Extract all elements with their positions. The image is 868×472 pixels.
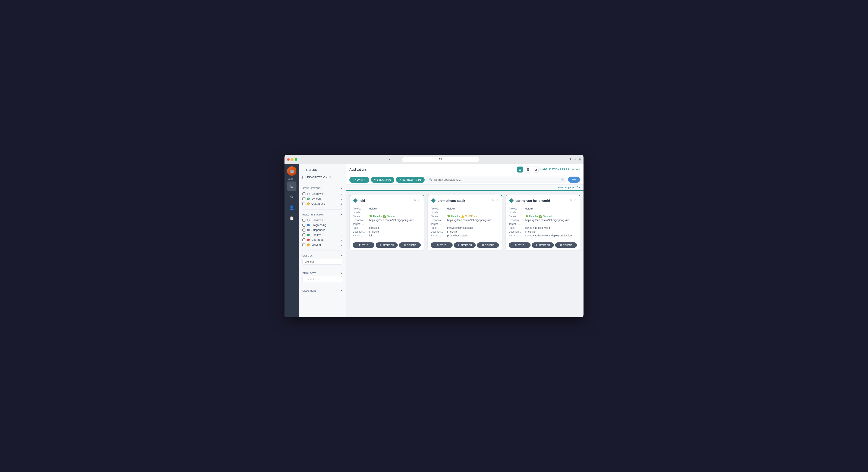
unknown-sync-checkbox[interactable] — [303, 193, 305, 196]
shield-icon: 🛡 — [439, 158, 442, 161]
repo-value-prometheus: https://github.com/ni9ht-org/spring-vue-… — [447, 219, 494, 222]
card-body-loki: Project: default Labels: Status: — [350, 205, 424, 240]
card-row-repo-prometheus: Reposito...: https://github.com/ni9ht-or… — [431, 219, 499, 222]
new-app-button[interactable]: + NEW APP — [349, 177, 369, 183]
projects-input[interactable] — [303, 276, 342, 282]
filter-suspended[interactable]: Suspended 0 — [303, 228, 342, 232]
projects-header[interactable]: PROJECTS — [303, 272, 342, 274]
unknown-health-checkbox[interactable] — [303, 219, 305, 222]
favorites-checkbox[interactable] — [303, 176, 305, 179]
filter-missing[interactable]: Missing 0 — [303, 242, 342, 247]
labels-input[interactable] — [303, 259, 342, 265]
sidebar-item-settings[interactable]: ⚙ — [287, 192, 297, 202]
url-bar: 🛡 — [402, 157, 479, 162]
favorites-section: FAVORITES ONLY — [299, 173, 346, 181]
forward-button[interactable]: › — [395, 157, 399, 162]
healthy-checkbox[interactable] — [303, 233, 305, 236]
back-button[interactable]: ‹ — [388, 157, 392, 162]
path-label-p: Path: — [431, 226, 446, 229]
clusters-header[interactable]: CLUSTERS — [303, 289, 342, 292]
star-spring-button[interactable]: ☆ — [574, 199, 577, 202]
items-per-page[interactable]: Items per page: 10 ▾ — [346, 185, 584, 190]
divider-2 — [303, 209, 342, 210]
refresh-loki-button[interactable]: ⟳ REFRESH — [376, 242, 398, 248]
refresh-prometheus-button[interactable]: ⟳ REFRESH — [454, 242, 476, 248]
outofsync-count: 1 — [341, 202, 342, 205]
sidebar-item-docs[interactable]: 📋 — [287, 213, 297, 223]
filter-unknown-health[interactable]: Unknown 0 — [303, 217, 342, 223]
sync-loki-icon: ↻ — [359, 244, 361, 246]
search-input[interactable] — [434, 178, 559, 181]
card-row-repo-loki: Reposito...: https://github.com/ni9ht-or… — [352, 219, 421, 222]
sync-spring-button[interactable]: ↻ SYNC — [509, 242, 531, 248]
target-label: Target R...: — [352, 223, 368, 226]
unknown-sync-dot — [307, 193, 310, 195]
maximize-button[interactable] — [295, 158, 297, 161]
list-view-button[interactable]: ☰ — [525, 167, 531, 173]
filter-synced[interactable]: ✓ Synced 2 — [303, 196, 342, 201]
pie-view-button[interactable]: ◕ — [533, 167, 539, 173]
filter-button[interactable]: ━━ — [568, 177, 580, 183]
suspended-label: Suspended — [311, 228, 326, 232]
repo-value-loki: https://github.com/ni9ht-org/spring-vue-… — [369, 219, 416, 222]
favorites-filter[interactable]: FAVORITES ONLY — [303, 175, 342, 180]
degraded-checkbox[interactable] — [303, 238, 305, 241]
progressing-count: 0 — [341, 224, 342, 227]
sync-status-header[interactable]: SYNC STATUS — [303, 187, 342, 189]
star-prometheus-button[interactable]: ☆ — [496, 199, 499, 202]
path-label-s: Path: — [509, 226, 524, 229]
suspended-checkbox[interactable] — [303, 229, 305, 232]
filter-outofsync[interactable]: ! OutOfSync 1 — [303, 201, 342, 206]
sync-prometheus-button[interactable]: ↻ SYNC — [431, 242, 453, 248]
status-row-prometheus: 💚 Healthy ⚠️ OutOfSync — [447, 215, 477, 218]
minimize-button[interactable] — [291, 158, 293, 161]
sync-apps-button[interactable]: ↻ SYNC APPS — [371, 177, 394, 183]
progressing-checkbox[interactable] — [303, 224, 305, 227]
logout-button[interactable]: Log out — [571, 168, 580, 171]
health-status-header[interactable]: HEALTH STATUS — [303, 213, 342, 216]
edit-spring-button[interactable]: ✎ — [570, 199, 572, 202]
missing-checkbox[interactable] — [303, 243, 305, 246]
delete-spring-button[interactable]: ✕ DELETE — [555, 242, 577, 248]
delete-prometheus-button[interactable]: ✕ DELETE — [477, 242, 499, 248]
star-loki-button[interactable]: ☆ — [418, 199, 421, 202]
card-title-area-prometheus: prometheus-stack — [431, 198, 465, 203]
kbd-hint: / — [561, 178, 564, 181]
ns-value-prometheus: prometheus-stack — [447, 234, 468, 237]
outofsync-checkbox[interactable] — [303, 202, 305, 205]
dest-value-loki: in-cluster — [369, 230, 380, 233]
projects-section: PROJECTS — [299, 270, 346, 284]
filter-progressing[interactable]: Progressing 0 — [303, 223, 342, 228]
filter-degraded[interactable]: Degraded 0 — [303, 237, 342, 242]
path-value-spring: spring-vue-hello-world/ — [525, 226, 551, 229]
edit-loki-button[interactable]: ✎ — [414, 199, 416, 202]
card-row-project-spring: Project: default — [509, 207, 577, 210]
delete-loki-button[interactable]: ✕ DELETE — [399, 242, 421, 248]
grid-view-button[interactable]: ⊞ — [517, 167, 523, 173]
refresh-spring-button[interactable]: ⟳ REFRESH — [532, 242, 554, 248]
labels-chevron-icon — [341, 254, 342, 257]
app-name-loki: loki — [360, 199, 365, 202]
sync-loki-button[interactable]: ↻ SYNC — [352, 242, 374, 248]
card-row-path-spring: Path: spring-vue-hello-world/ — [509, 226, 577, 229]
close-button[interactable] — [287, 158, 290, 161]
health-heart-spring: 💚 — [525, 215, 529, 218]
synced-checkbox[interactable] — [303, 197, 305, 200]
app-name-prometheus: prometheus-stack — [437, 199, 465, 202]
repo-label-p: Reposito...: — [431, 219, 446, 222]
labels-header[interactable]: LABELS — [303, 254, 342, 257]
edit-prometheus-button[interactable]: ✎ — [492, 199, 494, 202]
search-bar: 🔍 / — [426, 177, 566, 183]
health-badge-loki: 💚 Healthy — [369, 215, 382, 218]
card-row-ns-loki: Namesp...: loki — [352, 234, 421, 237]
card-row-project-loki: Project: default — [352, 207, 421, 210]
sidebar-item-user[interactable]: 👤 — [287, 203, 297, 212]
app-icon-prometheus — [431, 198, 436, 203]
filter-unknown-sync[interactable]: Unknown 0 — [303, 191, 342, 196]
sidebar-item-apps[interactable]: ⊞ — [287, 181, 297, 191]
filter-healthy[interactable]: Healthy 3 — [303, 232, 342, 237]
refresh-apps-button[interactable]: ⟳ REFRESH APPS — [396, 177, 424, 183]
divider-5 — [303, 286, 342, 286]
version-text: v2.3.3+c — [288, 178, 296, 180]
page-title: Applications — [349, 168, 367, 171]
